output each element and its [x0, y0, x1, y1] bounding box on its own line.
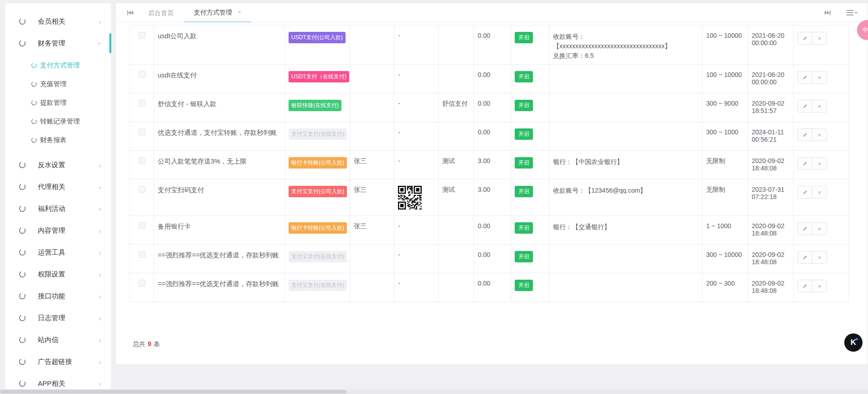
cell-fee: 0.00	[474, 273, 511, 302]
edit-button[interactable]	[797, 128, 812, 141]
cell-actions: ×	[794, 93, 849, 122]
row-checkbox[interactable]	[139, 71, 145, 78]
close-icon[interactable]: ×	[238, 3, 241, 21]
row-checkbox[interactable]	[139, 280, 145, 287]
status-badge[interactable]: 开启	[515, 128, 533, 140]
edit-button[interactable]	[797, 251, 812, 264]
sidebar-item[interactable]: 广告超链接›	[5, 351, 111, 373]
sidebar-subitem[interactable]: 支付方式管理	[5, 56, 111, 75]
edit-button[interactable]	[797, 222, 812, 235]
brand-floating-button[interactable]: K	[844, 333, 863, 352]
status-badge[interactable]: 开启	[515, 71, 533, 82]
row-checkbox[interactable]	[139, 32, 145, 39]
tab-payment-methods[interactable]: 支付方式管理 ×	[184, 3, 251, 22]
cell-actions: ×	[794, 216, 849, 245]
sidebar-item[interactable]: 权限设置›	[5, 263, 111, 285]
sidebar-subitem[interactable]: 财务报表	[5, 131, 111, 149]
tab-home[interactable]: 后台首页	[138, 3, 184, 22]
edit-button[interactable]	[797, 186, 812, 199]
cell-checkbox	[130, 26, 154, 65]
row-checkbox[interactable]	[139, 222, 145, 229]
sidebar-submenu: 支付方式管理充值管理提款管理转账记录管理财务报表	[5, 54, 111, 154]
sidebar-item-label: 日志管理	[38, 314, 99, 322]
hamburger-caret-icon[interactable]	[842, 10, 862, 16]
row-checkbox[interactable]	[139, 128, 145, 135]
delete-button[interactable]: ×	[812, 32, 827, 45]
sidebar-item[interactable]: 接口功能›	[5, 285, 111, 307]
sidebar-item[interactable]: 站内信›	[5, 329, 111, 351]
cell-fee: 0.00	[474, 93, 511, 122]
type-badge: USDT支付（在线支付)	[289, 71, 349, 82]
chevron-down-icon: ›	[96, 42, 104, 45]
cell-checkbox	[130, 65, 154, 93]
skip-forward-icon[interactable]	[820, 10, 836, 16]
row-checkbox[interactable]	[139, 100, 145, 107]
sidebar-subitem-label: 转账记录管理	[40, 117, 80, 126]
scrollbar-thumb[interactable]	[0, 390, 346, 394]
sidebar-item[interactable]: 反水设置›	[5, 154, 111, 176]
delete-button[interactable]: ×	[812, 71, 827, 84]
sidebar-item-label: 内容管理	[38, 226, 99, 235]
delete-button[interactable]: ×	[812, 186, 827, 199]
sidebar-item[interactable]: 代理相关›	[5, 176, 111, 198]
circle-icon	[19, 18, 26, 25]
delete-button[interactable]: ×	[812, 100, 827, 113]
cell-name: 优选支付通道，支付宝转账，存款秒到账	[154, 122, 285, 151]
status-badge[interactable]: 开启	[515, 280, 533, 291]
sidebar-item-label: 代理相关	[38, 183, 99, 191]
status-badge[interactable]: 开启	[515, 32, 533, 43]
delete-button[interactable]: ×	[812, 128, 827, 141]
circle-icon	[19, 227, 26, 234]
delete-button[interactable]: ×	[812, 222, 827, 235]
cell-operator	[350, 122, 394, 151]
circle-icon	[19, 183, 26, 190]
edit-button[interactable]	[797, 157, 812, 170]
skip-back-icon[interactable]	[122, 10, 138, 16]
sidebar-subitem[interactable]: 转账记录管理	[5, 112, 111, 131]
cell-checkbox	[130, 93, 154, 122]
circle-icon	[19, 380, 26, 387]
sidebar-subitem[interactable]: 提款管理	[5, 93, 111, 112]
edit-button[interactable]	[797, 100, 812, 113]
chevron-right-icon: ›	[99, 271, 101, 278]
cell-limits: 100 ~ 10000	[703, 65, 748, 93]
sidebar-item-label: 反水设置	[38, 161, 99, 169]
cell-actions: ×	[794, 65, 849, 93]
edit-button[interactable]	[797, 71, 812, 84]
cell-info	[549, 245, 703, 273]
delete-button[interactable]: ×	[812, 251, 827, 264]
status-badge[interactable]: 开启	[515, 251, 533, 262]
sidebar-item[interactable]: 日志管理›	[5, 307, 111, 329]
cell-remark	[439, 273, 474, 302]
sidebar-subitem[interactable]: 充值管理	[5, 75, 111, 93]
circle-icon	[19, 292, 26, 300]
cell-type: 支付宝支付(在线支付)	[285, 245, 350, 273]
sidebar-item[interactable]: 运营工具›	[5, 241, 111, 263]
edit-button[interactable]	[797, 280, 812, 292]
sidebar-item[interactable]: 内容管理›	[5, 220, 111, 241]
table-row: usdt在线支付USDT支付（在线支付)-0.00开启100 ~ 1000020…	[130, 65, 849, 93]
cell-remark	[439, 65, 474, 93]
status-badge[interactable]: 开启	[515, 186, 533, 197]
status-badge[interactable]: 开启	[515, 222, 533, 234]
delete-button[interactable]: ×	[812, 280, 827, 292]
sidebar-item[interactable]: APP相关›	[5, 373, 111, 389]
cell-status: 开启	[511, 65, 549, 93]
status-badge[interactable]: 开启	[515, 100, 533, 111]
row-checkbox[interactable]	[139, 157, 145, 164]
sidebar-item[interactable]: 会员相关›	[5, 10, 111, 32]
chevron-right-icon: ›	[99, 292, 101, 300]
sidebar-item[interactable]: 福利活动›	[5, 198, 111, 220]
status-badge[interactable]: 开启	[515, 157, 533, 169]
cell-name: 公司入款笔笔存送3%，无上限	[154, 151, 285, 179]
cell-limits: 200 ~ 300	[703, 273, 748, 302]
row-checkbox[interactable]	[139, 186, 145, 193]
sidebar-item[interactable]: 财务管理›	[5, 32, 111, 54]
cell-operator	[350, 93, 394, 122]
circle-icon	[31, 81, 37, 87]
edit-button[interactable]	[797, 32, 812, 45]
tab-bar: 后台首页 支付方式管理 ×	[116, 3, 868, 22]
row-checkbox[interactable]	[139, 251, 145, 258]
delete-button[interactable]: ×	[812, 157, 827, 170]
cell-qr: -	[394, 273, 439, 302]
